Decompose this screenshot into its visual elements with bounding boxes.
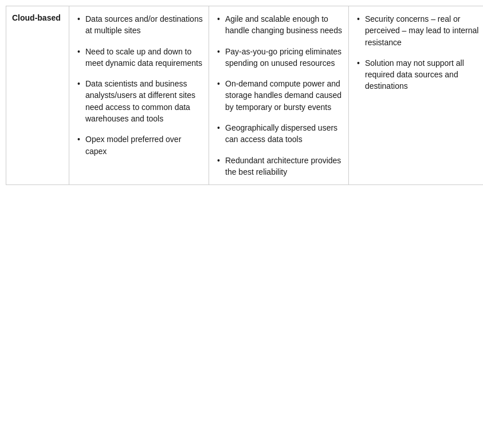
list-item: Opex model preferred over capex	[75, 133, 203, 157]
row-label-cell: Cloud-based	[6, 6, 69, 184]
list-item: Redundant architecture provides the best…	[215, 155, 343, 178]
column-3-cell: Security concerns – real or perceived – …	[349, 6, 483, 184]
list-item: Geographically dispersed users can acces…	[215, 122, 343, 146]
list-item: Data scientists and business analysts/us…	[75, 78, 203, 124]
column-2-list: Agile and scalable enough to handle chan…	[215, 13, 343, 178]
column-1-cell: Data sources and/or destinations at mult…	[69, 6, 209, 184]
list-item: Agile and scalable enough to handle chan…	[215, 13, 343, 37]
column-2-cell: Agile and scalable enough to handle chan…	[209, 6, 349, 184]
table-row: Cloud-based Data sources and/or destinat…	[6, 6, 483, 184]
list-item: Data sources and/or destinations at mult…	[75, 13, 203, 37]
list-item: Security concerns – real or perceived – …	[355, 13, 482, 48]
list-item: On-demand compute power and storage hand…	[215, 78, 343, 113]
list-item: Pay-as-you-go pricing eliminates spendin…	[215, 46, 343, 69]
column-3-list: Security concerns – real or perceived – …	[355, 13, 482, 92]
list-item: Need to scale up and down to meet dynami…	[75, 46, 203, 69]
column-1-list: Data sources and/or destinations at mult…	[75, 13, 203, 157]
row-label: Cloud-based	[12, 13, 61, 22]
list-item: Solution may not support all required da…	[355, 57, 482, 92]
main-table: Cloud-based Data sources and/or destinat…	[6, 6, 483, 185]
